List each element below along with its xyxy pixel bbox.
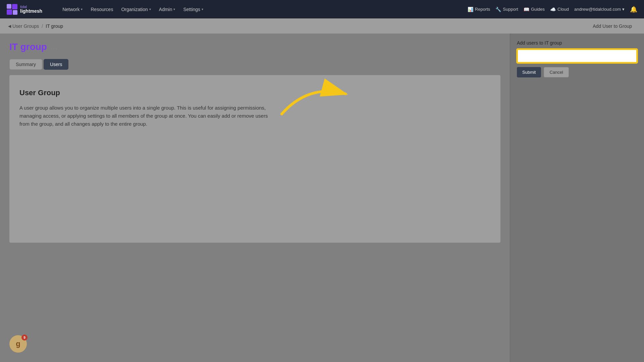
nav-reports[interactable]: 📊 Reports (468, 7, 490, 12)
tab-users[interactable]: Users (44, 59, 69, 70)
svg-rect-0 (7, 4, 11, 9)
nav-item-admin[interactable]: Admin ▾ (156, 5, 179, 14)
cancel-button[interactable]: Cancel (544, 67, 569, 77)
avatar-letter: g (16, 340, 20, 348)
guides-icon: 📖 (524, 7, 529, 12)
reports-icon: 📊 (468, 7, 473, 12)
nav-cloud[interactable]: ☁️ Cloud (550, 7, 569, 12)
top-navigation: tidal lightmesh Network ▾ Resources Orga… (0, 0, 644, 18)
submit-button[interactable]: Submit (517, 67, 541, 77)
nav-item-organization[interactable]: Organization ▾ (118, 5, 154, 14)
sidebar-panel: Add users to IT group Submit Cancel (510, 34, 644, 362)
chevron-down-icon: ▾ (173, 7, 175, 11)
page-title-row: IT group ... (9, 42, 500, 52)
content-area: IT group ... Summary Users User Group A … (0, 34, 510, 362)
nav-right: 📊 Reports 🔧 Support 📖 Guides ☁️ Cloud an… (468, 6, 637, 13)
chevron-down-icon: ▾ (202, 7, 203, 11)
tab-bar: Summary Users (9, 59, 500, 70)
avatar-badge: 9 (21, 335, 28, 341)
add-users-input[interactable] (517, 49, 637, 63)
breadcrumb: ◀ User Groups / IT group (8, 23, 63, 29)
notifications-bell-icon[interactable]: 🔔 (630, 6, 637, 13)
nav-item-resources[interactable]: Resources (87, 5, 116, 14)
main-content-panel: User Group A user group allows you to or… (9, 75, 500, 243)
logo-bottom-text: lightmesh (20, 9, 42, 14)
avatar-circle[interactable]: g 9 (9, 335, 27, 353)
breadcrumb-bar: ◀ User Groups / IT group Add User to Gro… (0, 18, 644, 34)
svg-rect-1 (12, 4, 17, 9)
breadcrumb-current: IT group (46, 23, 63, 29)
nav-guides[interactable]: 📖 Guides (524, 7, 545, 12)
chevron-down-icon: ▾ (622, 7, 625, 12)
nav-items: Network ▾ Resources Organization ▾ Admin… (59, 5, 458, 14)
breadcrumb-separator: / (42, 23, 43, 29)
svg-rect-2 (7, 9, 12, 15)
tab-summary[interactable]: Summary (9, 59, 42, 70)
nav-item-settings[interactable]: Settings ▾ (180, 5, 207, 14)
add-user-to-group-button[interactable]: Add User to Group (589, 21, 636, 31)
page-title: IT group (9, 42, 47, 52)
svg-rect-3 (13, 10, 17, 15)
logo[interactable]: tidal lightmesh (7, 4, 42, 15)
sidebar-buttons: Submit Cancel (517, 67, 637, 77)
user-group-description: A user group allows you to organize mult… (19, 104, 271, 128)
sidebar-add-users-label: Add users to IT group (517, 40, 637, 46)
avatar-widget[interactable]: g 9 (9, 335, 27, 353)
support-icon: 🔧 (495, 7, 501, 12)
more-options-dots[interactable]: ... (50, 43, 58, 51)
user-group-heading: User Group (19, 88, 490, 97)
user-email-menu[interactable]: andrew@tidalcloud.com ▾ (574, 7, 625, 12)
nav-item-network[interactable]: Network ▾ (59, 5, 86, 14)
breadcrumb-user-groups-link[interactable]: ◀ User Groups (8, 23, 39, 29)
cloud-icon: ☁️ (550, 7, 556, 12)
chevron-down-icon: ▾ (81, 7, 83, 11)
chevron-down-icon: ▾ (149, 7, 151, 11)
back-arrow-icon: ◀ (8, 24, 11, 28)
nav-support[interactable]: 🔧 Support (495, 7, 518, 12)
